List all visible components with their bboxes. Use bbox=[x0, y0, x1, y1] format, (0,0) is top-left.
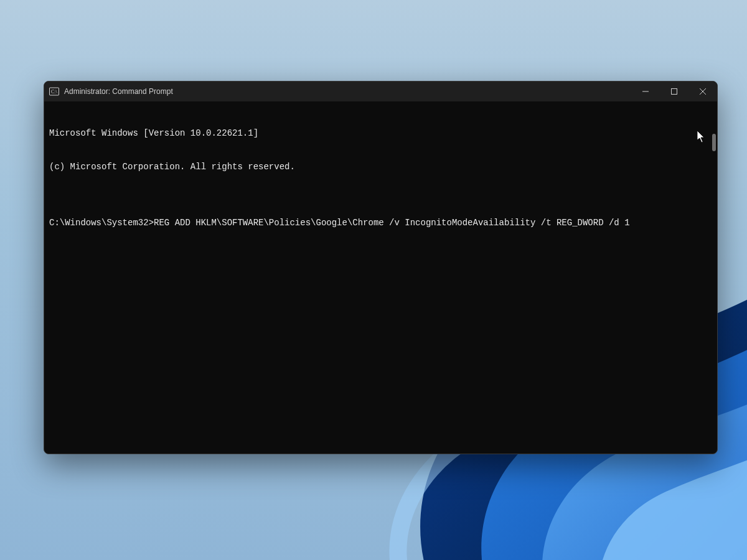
terminal-output-area[interactable]: Microsoft Windows [Version 10.0.22621.1]… bbox=[44, 101, 717, 454]
svg-text:C:\: C:\ bbox=[51, 89, 58, 95]
copyright-line: (c) Microsoft Corporation. All rights re… bbox=[49, 161, 712, 172]
titlebar[interactable]: C:\ Administrator: Command Prompt bbox=[44, 82, 717, 101]
prompt-path: C:\Windows\System32> bbox=[49, 218, 154, 228]
maximize-button[interactable] bbox=[660, 82, 688, 101]
version-line: Microsoft Windows [Version 10.0.22621.1] bbox=[49, 128, 712, 139]
scrollbar-thumb[interactable] bbox=[712, 134, 716, 151]
command-prompt-icon: C:\ bbox=[49, 86, 59, 96]
command-prompt-window[interactable]: C:\ Administrator: Command Prompt Micros… bbox=[44, 81, 718, 454]
window-title: Administrator: Command Prompt bbox=[64, 87, 173, 96]
prompt-line: C:\Windows\System32>REG ADD HKLM\SOFTWAR… bbox=[49, 217, 712, 228]
svg-rect-3 bbox=[672, 89, 677, 95]
close-button[interactable] bbox=[688, 82, 717, 101]
minimize-button[interactable] bbox=[631, 82, 660, 101]
entered-command: REG ADD HKLM\SOFTWARE\Policies\Google\Ch… bbox=[154, 218, 630, 228]
